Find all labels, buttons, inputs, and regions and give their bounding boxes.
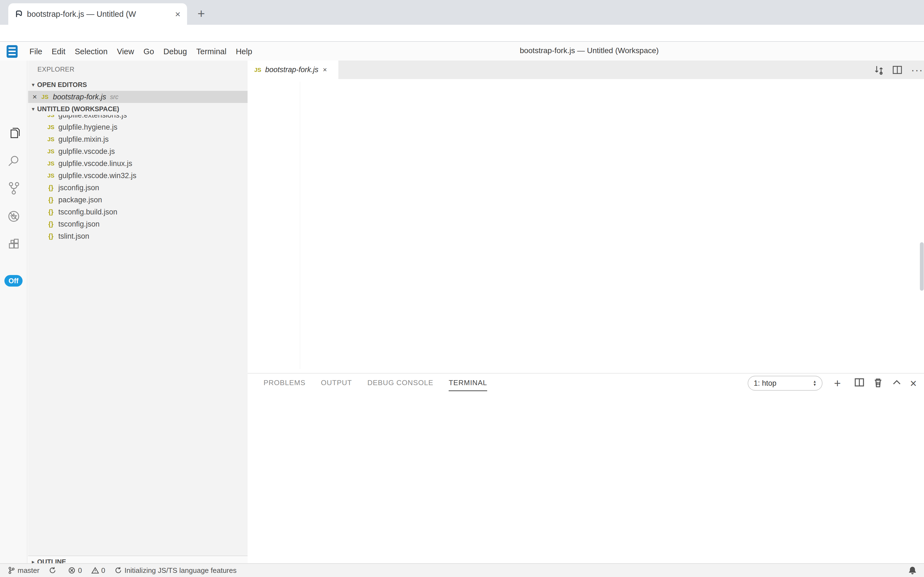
terminal-select[interactable]: 1: htop ▲▼	[748, 376, 823, 391]
open-editors-header[interactable]: ▾ OPEN EDITORS	[28, 79, 247, 91]
json-file-icon: {}	[46, 184, 56, 192]
panel-tab-problems[interactable]: PROBLEMS	[264, 379, 305, 391]
extensions-icon[interactable]	[7, 238, 20, 251]
browser-toolbar: ← → ⟳ ide.coder.com ★ J	[0, 25, 924, 42]
menu-terminal[interactable]: Terminal	[196, 47, 227, 56]
sync-item[interactable]	[49, 567, 59, 574]
search-icon[interactable]	[7, 154, 20, 168]
errors-item[interactable]: 0	[68, 566, 82, 575]
code-editor[interactable]	[247, 79, 924, 373]
outline-header[interactable]: ▸ OUTLINE	[28, 556, 247, 563]
tree-item-tslint.json[interactable]: {}tslint.json	[28, 230, 247, 242]
terminal[interactable]	[247, 400, 924, 554]
tab-close-icon[interactable]: ×	[323, 66, 327, 74]
split-editor-icon[interactable]	[892, 64, 903, 77]
maximize-panel-icon[interactable]	[891, 377, 902, 391]
editor-scrollbar[interactable]	[920, 242, 924, 291]
browser-tab-title: bootstrap-fork.js — Untitled (W	[27, 10, 171, 19]
panel-tab-terminal[interactable]: TERMINAL	[449, 379, 487, 391]
warnings-item[interactable]: 0	[91, 566, 105, 575]
tree-item-tsconfig.json[interactable]: {}tsconfig.json	[28, 218, 247, 230]
js-file-icon: JS	[46, 136, 56, 143]
debug-off-icon[interactable]	[7, 210, 20, 223]
js-file-icon: JS	[253, 67, 262, 73]
section-chevron-icon: ▸	[32, 559, 34, 563]
explorer-sidebar: EXPLORER ▾ OPEN EDITORS × JS bootstrap-f…	[28, 61, 247, 563]
menu-go[interactable]: Go	[143, 47, 154, 56]
tree-item-gulpfile.vscode.js[interactable]: JSgulpfile.vscode.js	[28, 145, 247, 158]
sidebar-title: EXPLORER	[37, 66, 74, 73]
js-file-icon: JS	[46, 148, 56, 155]
panel-tabs: PROBLEMSOUTPUTDEBUG CONSOLETERMINAL	[264, 379, 503, 391]
editor-tab[interactable]: JS bootstrap-fork.js ×	[247, 61, 338, 79]
section-chevron-icon: ▾	[32, 106, 34, 112]
json-file-icon: {}	[46, 220, 56, 228]
menu-view[interactable]: View	[117, 47, 134, 56]
panel-tab-debug-console[interactable]: DEBUG CONSOLE	[367, 379, 433, 391]
tree-item-tsconfig.build.json[interactable]: {}tsconfig.build.json	[28, 206, 247, 218]
git-branch-item[interactable]: master	[8, 566, 39, 575]
branch-icon	[8, 567, 15, 574]
tree-item-gulpfile.vscode.linux.js[interactable]: JSgulpfile.vscode.linux.js	[28, 158, 247, 169]
app-logo-icon	[6, 45, 18, 58]
warning-icon	[91, 567, 99, 574]
new-terminal-icon[interactable]: +	[834, 377, 841, 390]
menu-debug[interactable]: Debug	[163, 47, 187, 56]
browser-tab-strip: bootstrap-fork.js — Untitled (W × +	[0, 0, 924, 25]
js-file-icon: JS	[46, 160, 56, 167]
editor-tab-bar: JS bootstrap-fork.js × ···	[247, 61, 924, 79]
menu-bar: FileEditSelectionViewGoDebugTerminalHelp	[0, 42, 924, 61]
file-tree: JSgulpfile.extensions.jsJSgulpfile.hygie…	[28, 109, 247, 242]
json-file-icon: {}	[46, 208, 56, 216]
js-file-icon: JS	[46, 172, 56, 179]
tab-close-icon[interactable]: ×	[175, 9, 180, 19]
section-chevron-icon: ▾	[32, 82, 34, 88]
tree-item-gulpfile.mixin.js[interactable]: JSgulpfile.mixin.js	[28, 133, 247, 145]
menu-edit[interactable]: Edit	[52, 47, 66, 56]
json-file-icon: {}	[46, 232, 56, 240]
js-file-icon: JS	[40, 93, 50, 100]
spinner-icon	[114, 567, 122, 574]
new-tab-button[interactable]: +	[198, 6, 205, 21]
language-status-item[interactable]: Initializing JS/TS language features	[114, 566, 236, 575]
browser-tab[interactable]: bootstrap-fork.js — Untitled (W ×	[8, 3, 187, 25]
json-file-icon: {}	[46, 196, 56, 204]
coder-favicon	[15, 10, 23, 18]
tree-item-package.json[interactable]: {}package.json	[28, 194, 247, 206]
status-bar-right	[898, 566, 916, 575]
indent-guide	[300, 82, 300, 369]
status-bar: master 0 0 Initializing JS/TS language f…	[0, 563, 924, 577]
menu-help[interactable]: Help	[236, 47, 252, 56]
error-icon	[68, 567, 76, 574]
menu-selection[interactable]: Selection	[75, 47, 108, 56]
open-editor-item[interactable]: × JS bootstrap-fork.js src	[28, 91, 247, 103]
menu-file[interactable]: File	[29, 47, 42, 56]
tree-item-gulpfile.vscode.win32.js[interactable]: JSgulpfile.vscode.win32.js	[28, 169, 247, 182]
tree-item-gulpfile.hygiene.js[interactable]: JSgulpfile.hygiene.js	[28, 121, 247, 133]
select-chevron-icon: ▲▼	[813, 380, 816, 387]
bell-icon[interactable]	[909, 566, 916, 575]
close-panel-icon[interactable]: ×	[910, 377, 917, 390]
source-control-icon[interactable]	[7, 181, 20, 195]
close-icon: ×	[32, 92, 37, 101]
panel-tab-output[interactable]: OUTPUT	[321, 379, 352, 391]
sync-icon	[49, 567, 56, 574]
activity-bar: Off ⚙	[0, 61, 27, 563]
tree-item-jsconfig.json[interactable]: {}jsconfig.json	[28, 182, 247, 194]
open-changes-icon[interactable]	[873, 64, 884, 77]
window-title: bootstrap-fork.js — Untitled (Workspace)	[520, 46, 659, 55]
kill-terminal-icon[interactable]	[873, 377, 884, 391]
workspace-header[interactable]: ▾ UNTITLED (WORKSPACE)	[28, 103, 247, 115]
more-actions-icon[interactable]: ···	[911, 64, 923, 76]
split-terminal-icon[interactable]	[854, 377, 865, 391]
bottom-panel: PROBLEMSOUTPUTDEBUG CONSOLETERMINAL 1: h…	[247, 373, 924, 563]
status-badge[interactable]: Off	[5, 275, 22, 287]
explorer-icon[interactable]	[7, 127, 20, 140]
js-file-icon: JS	[46, 124, 56, 131]
